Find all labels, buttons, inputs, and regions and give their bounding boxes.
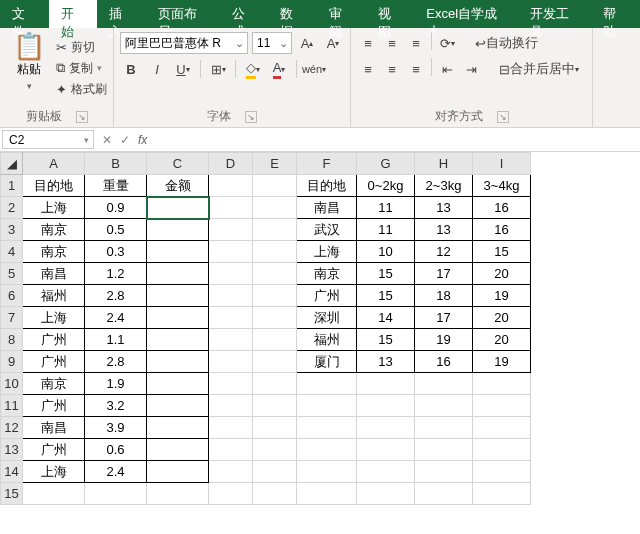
cell[interactable]: 3~4kg [473, 175, 531, 197]
increase-indent-button[interactable]: ⇥ [460, 58, 482, 80]
select-all-corner[interactable]: ◢ [1, 153, 23, 175]
format-painter-button[interactable]: ✦格式刷 [56, 81, 107, 98]
cell[interactable]: 15 [357, 263, 415, 285]
cell[interactable] [253, 263, 297, 285]
align-right-button[interactable]: ≡ [405, 58, 427, 80]
cell[interactable] [209, 241, 253, 263]
cell[interactable] [209, 285, 253, 307]
cell[interactable] [415, 483, 473, 505]
cell[interactable] [415, 395, 473, 417]
cell[interactable] [415, 439, 473, 461]
cell[interactable] [253, 439, 297, 461]
cell[interactable]: 12 [415, 241, 473, 263]
tab-help[interactable]: 帮助 [591, 0, 640, 28]
cell[interactable]: 13 [357, 351, 415, 373]
cell[interactable]: 广州 [23, 329, 85, 351]
align-top-button[interactable]: ≡ [357, 32, 379, 54]
cell[interactable]: 广州 [297, 285, 357, 307]
row-header-6[interactable]: 6 [1, 285, 23, 307]
cell[interactable]: 南昌 [297, 197, 357, 219]
cell[interactable] [209, 351, 253, 373]
cell[interactable]: 15 [357, 285, 415, 307]
align-middle-button[interactable]: ≡ [381, 32, 403, 54]
cell[interactable] [253, 219, 297, 241]
paste-button[interactable]: 📋 粘贴 ▾ [6, 32, 52, 104]
cell[interactable]: 11 [357, 197, 415, 219]
cell[interactable] [209, 219, 253, 241]
accept-formula-icon[interactable]: ✓ [120, 133, 130, 147]
cell[interactable] [473, 417, 531, 439]
cut-button[interactable]: ✂剪切 [56, 39, 107, 56]
increase-font-button[interactable]: A▴ [296, 32, 318, 54]
col-header-D[interactable]: D [209, 153, 253, 175]
col-header-F[interactable]: F [297, 153, 357, 175]
cell[interactable]: 南京 [23, 373, 85, 395]
cell[interactable] [297, 373, 357, 395]
row-header-11[interactable]: 11 [1, 395, 23, 417]
row-header-7[interactable]: 7 [1, 307, 23, 329]
row-header-13[interactable]: 13 [1, 439, 23, 461]
cell[interactable] [253, 373, 297, 395]
cell[interactable] [147, 483, 209, 505]
cell[interactable] [147, 219, 209, 241]
cell[interactable]: 0~2kg [357, 175, 415, 197]
font-launcher[interactable]: ↘ [245, 111, 257, 123]
cell[interactable]: 南京 [23, 219, 85, 241]
cell[interactable] [209, 329, 253, 351]
align-bottom-button[interactable]: ≡ [405, 32, 427, 54]
font-name-select[interactable]: 阿里巴巴普惠体 R [120, 32, 248, 54]
cell[interactable] [209, 439, 253, 461]
tab-self[interactable]: Excel自学成才 [414, 0, 518, 28]
cell[interactable] [297, 417, 357, 439]
cell[interactable]: 20 [473, 263, 531, 285]
fx-icon[interactable]: fx [138, 133, 147, 147]
tab-layout[interactable]: 页面布局 [146, 0, 219, 28]
cell[interactable] [473, 395, 531, 417]
row-header-2[interactable]: 2 [1, 197, 23, 219]
tab-home[interactable]: 开始 [49, 0, 98, 28]
cell[interactable] [297, 439, 357, 461]
cell[interactable]: 19 [473, 351, 531, 373]
cell[interactable] [209, 461, 253, 483]
row-header-15[interactable]: 15 [1, 483, 23, 505]
cell[interactable]: 0.6 [85, 439, 147, 461]
cell[interactable] [253, 329, 297, 351]
align-left-button[interactable]: ≡ [357, 58, 379, 80]
tab-data[interactable]: 数据 [268, 0, 317, 28]
cell[interactable] [253, 197, 297, 219]
row-header-4[interactable]: 4 [1, 241, 23, 263]
cell[interactable] [253, 307, 297, 329]
cell[interactable] [473, 483, 531, 505]
cell[interactable] [357, 395, 415, 417]
cell[interactable]: 16 [473, 219, 531, 241]
cell[interactable] [209, 373, 253, 395]
col-header-G[interactable]: G [357, 153, 415, 175]
cell[interactable]: 南京 [297, 263, 357, 285]
cell[interactable] [357, 461, 415, 483]
cell[interactable]: 上海 [23, 307, 85, 329]
cell[interactable]: 武汉 [297, 219, 357, 241]
cell[interactable]: 上海 [297, 241, 357, 263]
cell[interactable] [147, 351, 209, 373]
tab-file[interactable]: 文件 [0, 0, 49, 28]
cell[interactable] [253, 241, 297, 263]
cell[interactable] [209, 307, 253, 329]
cell[interactable]: 2.4 [85, 307, 147, 329]
cell[interactable]: 南昌 [23, 417, 85, 439]
cell[interactable] [209, 197, 253, 219]
cell[interactable] [209, 263, 253, 285]
cell[interactable] [253, 483, 297, 505]
clipboard-launcher[interactable]: ↘ [76, 111, 88, 123]
cell[interactable] [357, 439, 415, 461]
cell[interactable]: 19 [415, 329, 473, 351]
cell[interactable] [147, 285, 209, 307]
cell[interactable]: 2~3kg [415, 175, 473, 197]
cell[interactable]: 目的地 [23, 175, 85, 197]
cell[interactable] [23, 483, 85, 505]
cell[interactable]: 20 [473, 307, 531, 329]
cell[interactable]: 福州 [297, 329, 357, 351]
col-header-A[interactable]: A [23, 153, 85, 175]
cell[interactable]: 2.4 [85, 461, 147, 483]
col-header-I[interactable]: I [473, 153, 531, 175]
col-header-B[interactable]: B [85, 153, 147, 175]
